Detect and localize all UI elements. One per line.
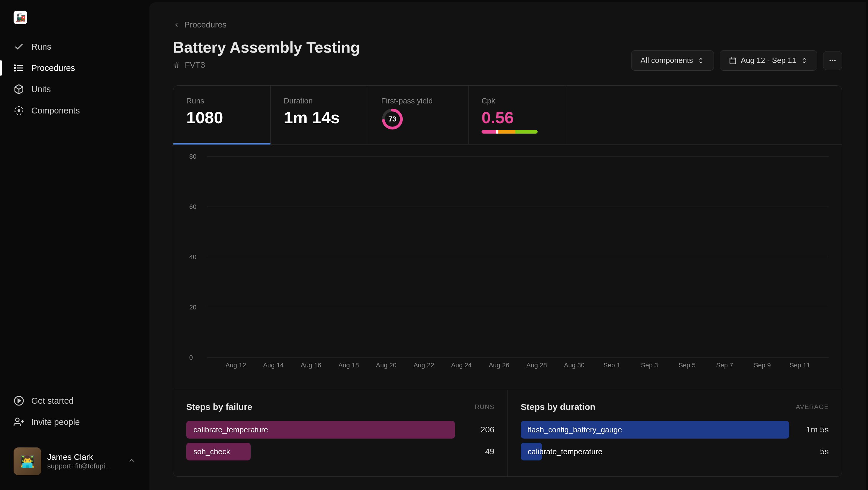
nav-item-procedures[interactable]: Procedures [0,57,149,79]
user-name: James Clark [47,453,122,462]
breadcrumb-parent: Procedures [184,20,226,30]
bottom-nav: Get startedInvite people [0,390,149,433]
x-tick-label: Aug 30 [557,362,591,369]
stat-duration[interactable]: Duration 1m 14s [271,86,368,144]
x-tick-label: Aug 14 [256,362,290,369]
cpk-bar [482,130,538,134]
components-filter[interactable]: All components [631,50,714,70]
step-row[interactable]: calibrate_temperature5s [521,443,829,460]
list-icon [13,63,24,73]
x-tick-label: Sep 7 [708,362,742,369]
steps-by-failure-panel: Steps by failure RUNS calibrate_temperat… [173,390,508,477]
svg-marker-10 [18,399,21,403]
sort-icon [697,57,705,64]
x-tick-label: Aug 20 [369,362,403,369]
stat-yield[interactable]: First-pass yield 73 [368,86,469,144]
steps-by-duration-panel: Steps by duration AVERAGE flash_config_b… [508,390,842,477]
breadcrumb[interactable]: Procedures [173,20,842,30]
hash-icon [173,61,181,69]
user-plus-icon [13,417,24,427]
stat-runs[interactable]: Runs 1080 [173,86,271,144]
x-tick-label: Aug 26 [482,362,516,369]
more-horizontal-icon [829,56,837,65]
main-content: Procedures Battery Assembly Testing FVT3… [149,2,866,490]
step-row[interactable]: flash_config_battery_gauge1m 5s [521,421,829,439]
runs-chart: 020406080 Aug 12Aug 14Aug 16Aug 18Aug 20… [173,145,842,390]
app-logo[interactable]: 🚂 [13,11,27,24]
svg-point-23 [832,60,833,61]
chevron-up-icon [128,456,136,467]
x-tick-label: Aug 16 [294,362,328,369]
x-tick-label: Aug 12 [219,362,253,369]
avatar: 👨‍💻 [13,448,41,475]
x-tick-label: Aug 24 [444,362,478,369]
more-button[interactable] [823,51,842,70]
sort-icon [800,57,808,64]
svg-point-5 [14,70,16,71]
svg-point-4 [14,68,16,68]
svg-point-8 [18,110,20,111]
stats-card: Runs 1080 Duration 1m 14s First-pass yie… [173,85,842,477]
target-icon [13,105,24,116]
user-menu[interactable]: 👨‍💻 James Clark support+fit@tofupi... [0,441,149,481]
stat-cpk[interactable]: Cpk 0.56 [469,86,566,144]
x-tick-label: Sep 3 [632,362,666,369]
check-icon [13,41,24,52]
svg-point-3 [14,65,16,66]
step-row[interactable]: calibrate_temperature206 [186,421,495,439]
main-nav: RunsProceduresUnitsComponents [0,36,149,121]
page-title: Battery Assembly Testing [173,38,360,56]
x-tick-label: Aug 22 [407,362,441,369]
calendar-icon [729,57,737,64]
svg-rect-18 [730,58,736,64]
nav-item-components[interactable]: Components [0,100,149,121]
step-row[interactable]: soh_check49 [186,443,495,460]
svg-line-17 [178,62,178,68]
chevron-left-icon [173,21,180,28]
nav-item-get-started[interactable]: Get started [0,390,149,411]
play-icon [13,396,24,406]
svg-point-22 [830,60,831,61]
svg-point-11 [16,418,19,422]
stat-empty [566,86,842,144]
x-tick-label: Sep 1 [595,362,629,369]
x-tick-label: Sep 5 [670,362,704,369]
nav-item-runs[interactable]: Runs [0,36,149,57]
yield-gauge: 73 [381,108,404,130]
nav-item-units[interactable]: Units [0,79,149,100]
svg-line-16 [176,62,176,68]
sidebar: 🚂 RunsProceduresUnitsComponents Get star… [0,0,149,490]
x-tick-label: Aug 18 [332,362,366,369]
page-code: FVT3 [185,60,205,70]
box-icon [13,84,24,94]
x-tick-label: Aug 28 [520,362,554,369]
date-range-picker[interactable]: Aug 12 - Sep 11 [720,50,817,70]
x-tick-label: Sep 11 [783,362,817,369]
x-tick-label: Sep 9 [745,362,779,369]
user-email: support+fit@tofupi... [47,462,122,470]
nav-item-invite-people[interactable]: Invite people [0,411,149,433]
svg-point-24 [834,60,836,61]
